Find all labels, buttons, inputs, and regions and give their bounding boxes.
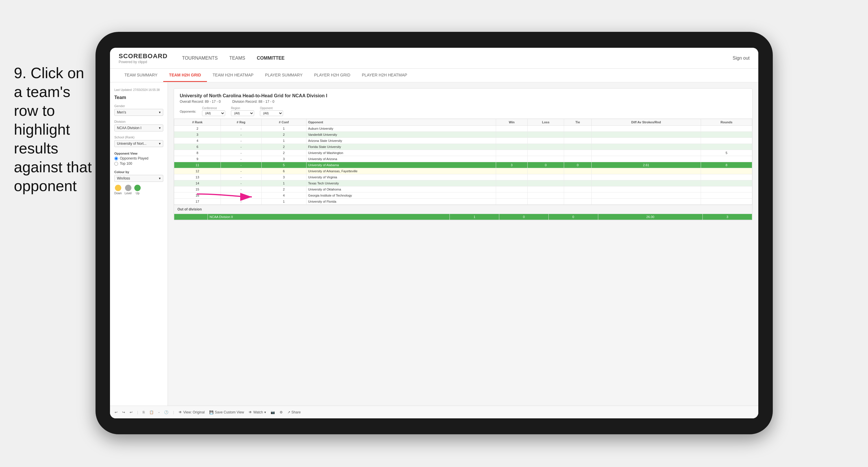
data-cell bbox=[564, 126, 591, 132]
data-cell: 14 bbox=[174, 180, 221, 186]
tablet-frame: SCOREBOARD Powered by clippd TOURNAMENTS… bbox=[95, 32, 773, 434]
nav-teams[interactable]: TEAMS bbox=[229, 54, 245, 62]
undo-icon[interactable]: ↩ bbox=[115, 410, 118, 414]
data-cell bbox=[591, 199, 701, 205]
sub-nav: TEAM SUMMARY TEAM H2H GRID TEAM H2H HEAT… bbox=[110, 68, 758, 83]
paste-icon[interactable]: 📋 bbox=[149, 410, 154, 414]
tab-player-summary[interactable]: PLAYER SUMMARY bbox=[259, 68, 308, 82]
view-original-btn[interactable]: 👁 View: Original bbox=[179, 410, 205, 414]
table-row[interactable]: 15-2University of Oklahoma bbox=[174, 186, 752, 193]
school-select[interactable]: University of Nort... ▾ bbox=[114, 140, 163, 147]
data-cell: 6 bbox=[261, 168, 306, 174]
division-select[interactable]: NCAA Division I ▾ bbox=[114, 124, 163, 132]
region-select[interactable]: (All) bbox=[231, 110, 254, 116]
data-cell: 15 bbox=[174, 186, 221, 193]
out-of-division-row[interactable]: NCAA Division II 1 0 0 26.00 3 bbox=[174, 214, 752, 220]
team-name-cell: Arizona State University bbox=[306, 138, 496, 144]
tab-team-h2h-heatmap[interactable]: TEAM H2H HEATMAP bbox=[207, 68, 259, 82]
nav-committee[interactable]: COMMITTEE bbox=[257, 54, 284, 62]
data-cell: - bbox=[221, 132, 261, 138]
col-conf: # Conf bbox=[261, 119, 306, 126]
nav-tournaments[interactable]: TOURNAMENTS bbox=[182, 54, 218, 62]
data-cell: 1 bbox=[261, 199, 306, 205]
table-row[interactable]: 14-1Texas Tech University bbox=[174, 180, 752, 186]
share-btn[interactable]: ↗ Share bbox=[287, 410, 301, 414]
data-cell bbox=[527, 150, 564, 156]
data-cell bbox=[591, 186, 701, 193]
data-cell bbox=[527, 180, 564, 186]
copy-icon[interactable]: ⎘ bbox=[143, 410, 145, 414]
chevron-down-icon: ▾ bbox=[159, 142, 161, 146]
data-cell: 1 bbox=[261, 126, 306, 132]
table-row[interactable]: 13-3University of Virginia bbox=[174, 174, 752, 180]
back-icon[interactable]: ↩ bbox=[130, 410, 132, 414]
radio-opponents-played[interactable]: Opponents Played bbox=[114, 156, 163, 160]
screenshot-btn[interactable]: 📷 bbox=[271, 410, 275, 414]
team-name-cell: University of Florida bbox=[306, 199, 496, 205]
table-row[interactable]: 6-2Florida State University bbox=[174, 144, 752, 150]
data-cell: 2.61 bbox=[591, 162, 701, 168]
opponent-view-label: Opponent View bbox=[114, 152, 163, 155]
conference-select[interactable]: (All) bbox=[202, 110, 225, 116]
colour-by-select[interactable]: Win/loss ▾ bbox=[114, 175, 163, 182]
team-name-cell: University of Arkansas, Fayetteville bbox=[306, 168, 496, 174]
opponent-select[interactable]: (All) bbox=[260, 110, 283, 116]
data-cell: 16 bbox=[174, 193, 221, 199]
data-cell bbox=[591, 180, 701, 186]
table-row[interactable]: 2-1Auburn University bbox=[174, 126, 752, 132]
settings-btn[interactable]: ⚙ bbox=[280, 410, 283, 414]
data-cell bbox=[564, 186, 591, 193]
tablet-screen: SCOREBOARD Powered by clippd TOURNAMENTS… bbox=[110, 48, 758, 418]
save-icon: 💾 bbox=[209, 410, 214, 414]
data-cell: 3 bbox=[496, 162, 527, 168]
step-number: 9. bbox=[14, 64, 26, 81]
radio-top100[interactable]: Top 100 bbox=[114, 162, 163, 166]
data-cell: 1 bbox=[261, 180, 306, 186]
watch-btn[interactable]: 👁 Watch ▾ bbox=[249, 410, 266, 414]
table-row[interactable]: 8-2University of Washington5 bbox=[174, 150, 752, 156]
data-cell: - bbox=[221, 174, 261, 180]
table-row[interactable]: 11-5University of Alabama3002.618 bbox=[174, 162, 752, 168]
data-cell: 8 bbox=[174, 150, 221, 156]
gender-select[interactable]: Men's ▾ bbox=[114, 109, 163, 116]
last-updated: Last Updated: 27/03/2024 16:55:38 bbox=[114, 88, 163, 91]
opponent-view-options: Opponents Played Top 100 bbox=[114, 156, 163, 166]
data-cell bbox=[527, 156, 564, 162]
gender-label: Gender bbox=[114, 104, 163, 108]
tab-team-summary[interactable]: TEAM SUMMARY bbox=[119, 68, 163, 82]
division-name-cell: NCAA Division II bbox=[208, 214, 450, 220]
table-row[interactable]: 12-6University of Arkansas, Fayetteville bbox=[174, 168, 752, 174]
data-cell: - bbox=[221, 168, 261, 174]
data-cell bbox=[496, 138, 527, 144]
table-header-row: # Rank # Reg # Conf Opponent Win Loss Ti… bbox=[174, 119, 752, 126]
data-cell: 12 bbox=[174, 168, 221, 174]
data-cell: - bbox=[221, 144, 261, 150]
table-row[interactable]: 3-2Vanderbilt University bbox=[174, 132, 752, 138]
tab-player-h2h-grid[interactable]: PLAYER H2H GRID bbox=[308, 68, 356, 82]
data-cell: 0 bbox=[564, 162, 591, 168]
table-row[interactable]: 17-1University of Florida bbox=[174, 199, 752, 205]
sign-out-link[interactable]: Sign out bbox=[733, 56, 750, 61]
redo-icon[interactable]: ↪ bbox=[122, 410, 125, 414]
tab-team-h2h-grid[interactable]: TEAM H2H GRID bbox=[163, 68, 207, 82]
tab-player-h2h-heatmap[interactable]: PLAYER H2H HEATMAP bbox=[356, 68, 413, 82]
division-label: Division bbox=[114, 120, 163, 123]
separator: - bbox=[158, 410, 159, 414]
logo-sub: Powered by clippd bbox=[119, 60, 167, 64]
table-row[interactable]: 16-4Georgia Institute of Technology bbox=[174, 193, 752, 199]
table-row[interactable]: 4-1Arizona State University bbox=[174, 138, 752, 144]
ood-loss: 0 bbox=[499, 214, 549, 220]
data-cell bbox=[701, 156, 752, 162]
data-cell: - bbox=[221, 199, 261, 205]
team-name-cell: Texas Tech University bbox=[306, 180, 496, 186]
col-opponent: Opponent bbox=[306, 119, 496, 126]
data-cell bbox=[701, 126, 752, 132]
data-cell bbox=[701, 138, 752, 144]
data-cell: 3 bbox=[174, 132, 221, 138]
col-reg: # Reg bbox=[221, 119, 261, 126]
data-cell: 13 bbox=[174, 174, 221, 180]
ood-tie: 0 bbox=[549, 214, 598, 220]
table-row[interactable]: 9-3University of Arizona bbox=[174, 156, 752, 162]
conference-filter: Conference (All) bbox=[202, 107, 225, 116]
save-custom-btn[interactable]: 💾 Save Custom View bbox=[209, 410, 244, 414]
